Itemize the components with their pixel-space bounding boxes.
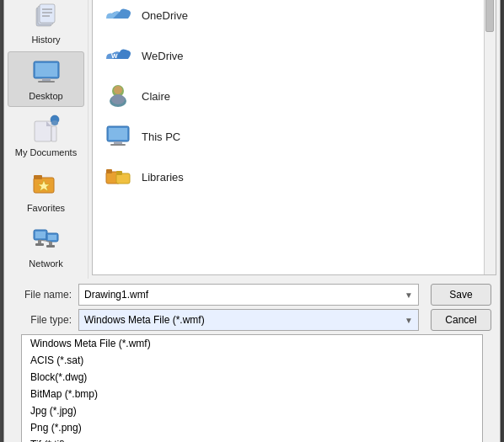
file-item-onedrive-label: OneDrive [142,9,188,22]
filename-label: File name: [13,289,72,301]
fields-and-buttons: File name: Drawing1.wmf ▼ File type: Win… [13,284,491,331]
scrollbar-thumb [485,0,494,32]
desktop-icon [31,57,62,88]
svg-rect-48 [116,171,122,175]
svg-point-23 [51,120,58,125]
file-item-claire[interactable]: Claire [93,76,496,116]
file-item-thispc-label: This PC [142,130,180,143]
svg-rect-33 [49,242,52,245]
file-item-libraries-label: Libraries [142,171,184,184]
sidebar-item-network[interactable]: Network [8,220,84,274]
sidebar-item-favorites[interactable]: Favorites [8,164,84,218]
svg-rect-44 [110,144,126,146]
file-item-onedrive[interactable]: OneDrive [93,0,496,35]
filetype-option-1[interactable]: ACIS (*.sat) [22,352,482,369]
file-list: OneDrive W WeDrive [92,0,496,275]
svg-rect-30 [48,235,56,240]
sidebar-item-history[interactable]: History [8,0,84,50]
filetype-option-2[interactable]: Block(*.dwg) [22,369,482,386]
file-item-claire-label: Claire [142,90,170,103]
filetype-input[interactable]: Windows Meta File (*.wmf) ▼ [78,309,419,331]
sidebar: History Desktop [4,0,88,279]
filetype-dropdown-list: Windows Meta File (*.wmf)ACIS (*.sat)Blo… [21,334,483,442]
onedrive-icon [105,2,131,29]
svg-rect-43 [114,141,122,144]
sidebar-item-history-label: History [31,35,60,45]
svg-rect-17 [42,78,51,81]
wedrive-icon: W [105,42,131,69]
svg-rect-46 [106,169,112,173]
filetype-arrow[interactable]: ▼ [405,316,413,325]
filename-value: Drawing1.wmf [84,289,148,301]
bottom-area: File name: Drawing1.wmf ▼ File type: Win… [4,279,500,442]
file-item-wedrive[interactable]: W WeDrive [93,35,496,76]
svg-rect-18 [38,81,55,83]
scrollbar[interactable] [484,0,496,274]
filetype-option-0[interactable]: Windows Meta File (*.wmf) [22,335,482,352]
svg-rect-11 [40,4,55,23]
filetype-value: Windows Meta File (*.wmf) [84,314,205,326]
svg-point-40 [111,94,125,104]
history-icon [31,1,62,31]
filetype-option-5[interactable]: Png (*.png) [22,419,482,436]
filetype-row: File type: Windows Meta File (*.wmf) ▼ [13,309,419,331]
svg-rect-42 [109,128,127,140]
svg-rect-34 [46,245,55,248]
sidebar-item-mydocs-label: My Documents [15,147,77,157]
sidebar-item-desktop-label: Desktop [29,91,62,101]
action-buttons: Save Cancel [431,284,491,331]
my-documents-icon [31,114,62,144]
filetype-option-6[interactable]: Tif (*.tif) [22,436,482,442]
sidebar-item-network-label: Network [29,258,62,269]
filetype-option-3[interactable]: BitMap (*.bmp) [22,386,482,402]
sidebar-item-my-documents[interactable]: My Documents [8,109,84,162]
svg-point-39 [114,86,122,94]
filename-arrow[interactable]: ▼ [405,290,413,300]
svg-rect-25 [34,175,42,179]
sidebar-item-desktop[interactable]: Desktop [8,51,84,107]
save-button[interactable]: Save [431,284,491,306]
svg-rect-16 [35,63,57,77]
favorites-icon [31,169,62,200]
network-icon [31,225,62,255]
filename-row: File name: Drawing1.wmf ▼ [13,284,419,306]
fields-col: File name: Drawing1.wmf ▼ File type: Win… [13,284,419,331]
cancel-button[interactable]: Cancel [431,309,491,331]
svg-text:W: W [111,52,118,60]
claire-icon [105,83,131,109]
libraries-icon [105,163,131,190]
filetype-label: File type: [13,314,72,326]
file-item-thispc[interactable]: This PC [93,116,496,157]
svg-rect-28 [35,232,46,238]
main-area: History Desktop [4,0,500,279]
sidebar-item-favorites-label: Favorites [27,203,65,213]
svg-rect-32 [35,243,44,246]
file-item-libraries[interactable]: Libraries [93,157,496,197]
filename-input[interactable]: Drawing1.wmf ▼ [78,284,419,306]
thispc-icon [105,123,131,150]
filetype-option-4[interactable]: Jpg (*.jpg) [22,402,482,419]
svg-rect-21 [51,126,56,141]
file-item-wedrive-label: WeDrive [142,50,184,62]
export-drawing-dialog: Export Drawing As × Save in: Desktop ▼ ←… [3,0,501,442]
